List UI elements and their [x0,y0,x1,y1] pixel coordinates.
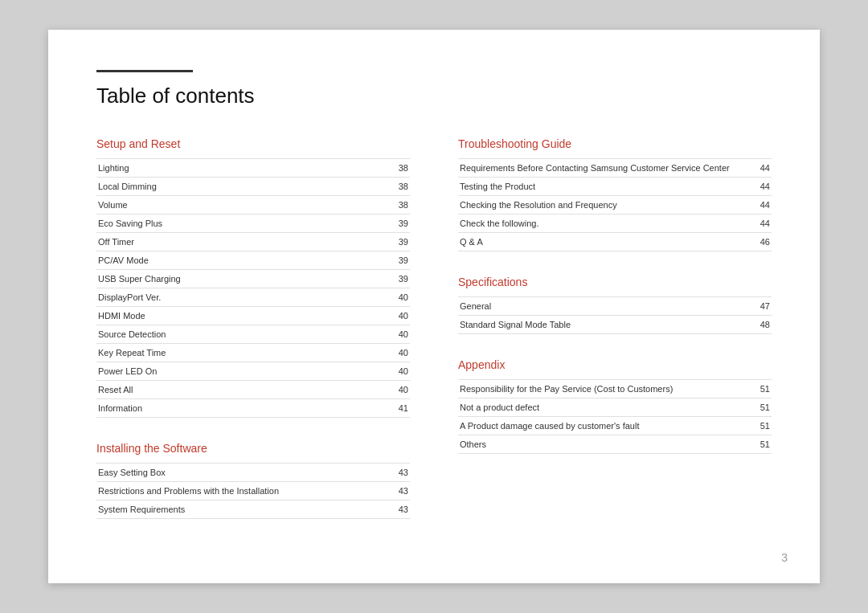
list-item: Source Detection40 [96,325,410,344]
item-page: 39 [397,233,410,251]
list-item: System Requirements43 [96,501,410,519]
list-item: Check the following.44 [458,215,772,233]
item-page: 40 [397,307,410,325]
item-page: 44 [759,215,772,233]
list-item: Restrictions and Problems with the Insta… [96,482,410,501]
item-page: 44 [759,196,772,215]
item-page: 41 [397,399,410,418]
section-title-appendix: Appendix [458,358,772,371]
toc-table-troubleshooting: Requirements Before Contacting Samsung C… [458,158,772,251]
list-item: Eco Saving Plus39 [96,215,410,233]
item-label: Not a product defect [458,398,759,417]
list-item: PC/AV Mode39 [96,251,410,270]
list-item: Testing the Product44 [458,178,772,196]
list-item: Volume38 [96,196,410,215]
item-label: USB Super Charging [96,270,397,288]
item-page: 51 [759,380,772,398]
item-label: General [458,297,759,316]
item-page: 47 [759,297,772,316]
list-item: General47 [458,297,772,316]
item-page: 39 [397,270,410,288]
list-item: Key Repeat Time40 [96,344,410,362]
list-item: Requirements Before Contacting Samsung C… [458,159,772,178]
list-item: Power LED On40 [96,362,410,381]
item-label: Local Dimming [96,178,397,196]
item-page: 48 [759,316,772,334]
list-item: Others51 [458,435,772,454]
item-label: Standard Signal Mode Table [458,316,759,334]
list-item: Standard Signal Mode Table48 [458,316,772,334]
section-specifications: Specifications General47Standard Signal … [458,276,772,334]
item-label: Eco Saving Plus [96,215,397,233]
item-label: A Product damage caused by customer's fa… [458,417,759,435]
item-label: Lighting [96,159,397,178]
list-item: Responsibility for the Pay Service (Cost… [458,380,772,398]
item-label: Others [458,435,759,454]
item-label: Restrictions and Problems with the Insta… [96,482,397,501]
toc-table-appendix: Responsibility for the Pay Service (Cost… [458,379,772,454]
list-item: Information41 [96,399,410,418]
item-label: Responsibility for the Pay Service (Cost… [458,380,759,398]
section-title-setup-reset: Setup and Reset [96,137,410,150]
item-page: 43 [397,482,410,501]
item-page: 40 [397,325,410,344]
toc-table-setup-reset: Lighting38Local Dimming38Volume38Eco Sav… [96,158,410,418]
document-page: Table of contents Setup and Reset Lighti… [48,30,820,583]
toc-table-installing-software: Easy Setting Box43Restrictions and Probl… [96,463,410,519]
left-column: Setup and Reset Lighting38Local Dimming3… [96,137,410,543]
item-page: 39 [397,215,410,233]
item-page: 40 [397,344,410,362]
page-number: 3 [781,551,788,564]
item-page: 44 [759,178,772,196]
toc-table-specifications: General47Standard Signal Mode Table48 [458,296,772,334]
item-label: Checking the Resolution and Frequency [458,196,759,215]
item-page: 38 [397,196,410,215]
item-label: Volume [96,196,397,215]
section-title-installing-software: Installing the Software [96,442,410,455]
item-label: HDMI Mode [96,307,397,325]
list-item: USB Super Charging39 [96,270,410,288]
list-item: Local Dimming38 [96,178,410,196]
item-page: 51 [759,417,772,435]
item-label: DisplayPort Ver. [96,288,397,307]
item-label: Reset All [96,381,397,399]
list-item: Easy Setting Box43 [96,464,410,482]
item-label: Source Detection [96,325,397,344]
item-label: PC/AV Mode [96,251,397,270]
list-item: Reset All40 [96,381,410,399]
item-label: Power LED On [96,362,397,381]
item-page: 38 [397,159,410,178]
section-title-specifications: Specifications [458,276,772,288]
item-page: 40 [397,362,410,381]
item-label: Testing the Product [458,178,759,196]
item-page: 46 [759,233,772,251]
item-page: 40 [397,381,410,399]
page-title: Table of contents [96,84,772,108]
list-item: HDMI Mode40 [96,307,410,325]
item-page: 51 [759,398,772,417]
item-page: 51 [759,435,772,454]
list-item: Not a product defect51 [458,398,772,417]
list-item: Off Timer39 [96,233,410,251]
list-item: A Product damage caused by customer's fa… [458,417,772,435]
item-page: 43 [397,464,410,482]
section-setup-reset: Setup and Reset Lighting38Local Dimming3… [96,137,410,418]
title-bar [96,70,193,72]
item-page: 39 [397,251,410,270]
item-page: 40 [397,288,410,307]
item-label: Key Repeat Time [96,344,397,362]
list-item: Lighting38 [96,159,410,178]
item-label: Information [96,399,397,418]
item-label: System Requirements [96,501,397,519]
item-label: Check the following. [458,215,759,233]
list-item: DisplayPort Ver.40 [96,288,410,307]
section-title-troubleshooting: Troubleshooting Guide [458,137,772,150]
section-installing-software: Installing the Software Easy Setting Box… [96,442,410,519]
item-label: Requirements Before Contacting Samsung C… [458,159,759,178]
section-troubleshooting: Troubleshooting Guide Requirements Befor… [458,137,772,251]
item-label: Off Timer [96,233,397,251]
item-page: 44 [759,159,772,178]
item-page: 38 [397,178,410,196]
right-column: Troubleshooting Guide Requirements Befor… [458,137,772,543]
list-item: Checking the Resolution and Frequency44 [458,196,772,215]
